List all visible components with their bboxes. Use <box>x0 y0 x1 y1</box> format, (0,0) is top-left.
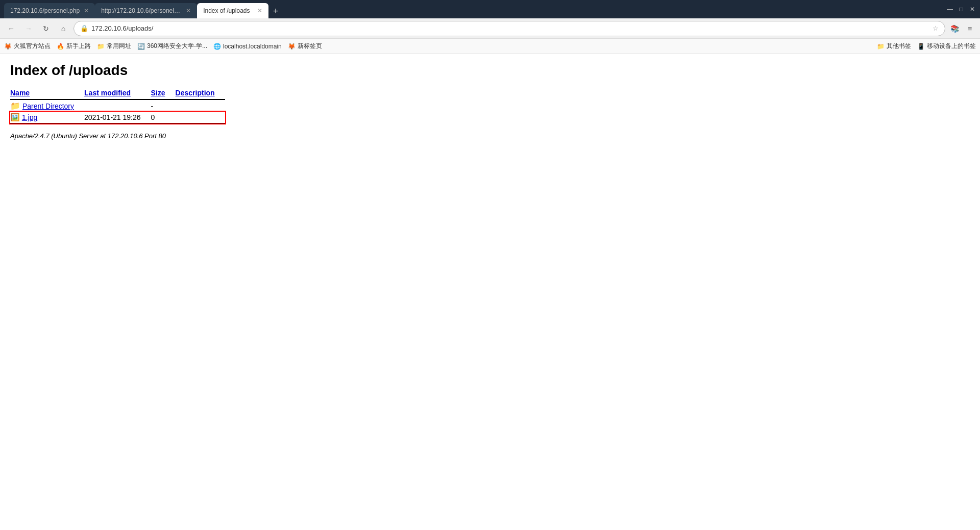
other-bookmarks[interactable]: 📁 其他书签 <box>877 42 911 51</box>
menu-icon[interactable]: ≡ <box>964 22 976 35</box>
bookmark-common[interactable]: 📁 常用网址 <box>97 42 131 51</box>
col-desc-header[interactable]: Description <box>176 87 225 99</box>
newuser-icon: 🔥 <box>57 43 64 50</box>
nav-icons: 📚 ≡ <box>948 22 976 35</box>
bookmark-newtab-label: 新标签页 <box>298 42 322 51</box>
page-title: Index of /uploads <box>10 62 970 79</box>
new-tab-button[interactable]: + <box>268 4 283 18</box>
bookmarks-bar: 🦊 火狐官方站点 🔥 新手上路 📁 常用网址 🔄 360网络安全大学-学... … <box>0 39 980 54</box>
localhost-icon: 🌐 <box>213 43 221 50</box>
tab-bar: 172.20.10.6/personel.php ✕ http://172.20… <box>4 0 940 18</box>
title-bar: 172.20.10.6/personel.php ✕ http://172.20… <box>0 0 980 18</box>
refresh-button[interactable]: ↻ <box>39 21 53 36</box>
file1-size: 0 <box>151 112 176 123</box>
tab-3-label: Index of /uploads <box>203 7 250 14</box>
minimize-button[interactable]: — <box>946 6 953 13</box>
parent-dir-link[interactable]: Parent Directory <box>22 102 74 110</box>
security-icon: 🔒 <box>80 24 88 32</box>
tab-3[interactable]: Index of /uploads ✕ <box>197 3 268 18</box>
tab-1-label: 172.20.10.6/personel.php <box>10 7 80 14</box>
maximize-button[interactable]: □ <box>958 6 965 13</box>
table-row: 🖼️ 1.jpg 2021-01-21 19:26 0 <box>10 112 225 123</box>
image-icon: 🖼️ <box>10 113 20 121</box>
360-icon: 🔄 <box>137 43 145 50</box>
bookmark-common-label: 常用网址 <box>107 42 131 51</box>
col-name-header[interactable]: Name <box>10 87 84 99</box>
tab-1[interactable]: 172.20.10.6/personel.php ✕ <box>4 3 95 18</box>
bookmark-newtab[interactable]: 🦊 新标签页 <box>288 42 322 51</box>
directory-table: Name Last modified Size Description <box>10 87 225 124</box>
bookmark-360[interactable]: 🔄 360网络安全大学-学... <box>137 42 207 51</box>
parent-dir-cell: 📁 Parent Directory <box>10 100 84 112</box>
parent-dir-desc <box>176 100 225 112</box>
address-bar[interactable]: 🔒 172.20.10.6/uploads/ ☆ <box>74 21 945 36</box>
other-bookmarks-icon: 📁 <box>877 43 885 50</box>
home-button[interactable]: ⌂ <box>56 21 70 36</box>
forward-button[interactable]: → <box>21 21 36 36</box>
tab-2[interactable]: http://172.20.10.6/personel.php ✕ <box>95 3 197 18</box>
star-icon[interactable]: ☆ <box>933 24 939 32</box>
tab-3-close[interactable]: ✕ <box>257 7 262 14</box>
server-info: Apache/2.4.7 (Ubuntu) Server at 172.20.1… <box>10 132 970 140</box>
parent-dir-lastmod <box>84 100 151 112</box>
bookmark-localhost-label: localhost.localdomain <box>223 43 282 50</box>
bookmarks-right: 📁 其他书签 📱 移动设备上的书签 <box>877 42 976 51</box>
browser-window: 172.20.10.6/personel.php ✕ http://172.20… <box>0 0 980 530</box>
file1-link[interactable]: 1.jpg <box>22 113 37 121</box>
close-button[interactable]: ✕ <box>969 6 976 13</box>
bookmark-newuser-label: 新手上路 <box>66 42 91 51</box>
mobile-bookmarks[interactable]: 📱 移动设备上的书签 <box>917 42 976 51</box>
tab-2-label: http://172.20.10.6/personel.php <box>101 7 182 14</box>
mobile-bookmarks-label: 移动设备上的书签 <box>927 42 976 51</box>
folder-icon: 📁 <box>10 102 20 110</box>
bookmark-newuser[interactable]: 🔥 新手上路 <box>57 42 91 51</box>
col-desc-link[interactable]: Description <box>176 89 215 97</box>
file1-name-cell: 🖼️ 1.jpg <box>10 112 84 123</box>
file1-lastmod: 2021-01-21 19:26 <box>84 112 151 123</box>
tab-1-close[interactable]: ✕ <box>84 7 89 14</box>
newtab-icon: 🦊 <box>288 43 296 50</box>
back-button[interactable]: ← <box>4 21 18 36</box>
tab-2-close[interactable]: ✕ <box>186 7 191 14</box>
nav-bar: ← → ↻ ⌂ 🔒 172.20.10.6/uploads/ ☆ 📚 ≡ <box>0 18 980 39</box>
col-name-link[interactable]: Name <box>10 89 30 97</box>
page-content: Index of /uploads Name Last modified Siz… <box>0 54 980 530</box>
other-bookmarks-label: 其他书签 <box>887 42 911 51</box>
col-size-link[interactable]: Size <box>151 89 165 97</box>
table-row: 📁 Parent Directory - <box>10 100 225 112</box>
common-icon: 📁 <box>97 43 105 50</box>
bookmark-localhost[interactable]: 🌐 localhost.localdomain <box>213 43 282 50</box>
mobile-bookmarks-icon: 📱 <box>917 43 925 50</box>
parent-dir-size: - <box>151 100 176 112</box>
window-controls: — □ ✕ <box>946 6 976 13</box>
bookmark-foxfire[interactable]: 🦊 火狐官方站点 <box>4 42 51 51</box>
col-lastmod-link[interactable]: Last modified <box>84 89 131 97</box>
file1-desc <box>176 112 225 123</box>
col-size-header[interactable]: Size <box>151 87 176 99</box>
bookmark-foxfire-label: 火狐官方站点 <box>14 42 51 51</box>
foxfire-icon: 🦊 <box>4 43 12 50</box>
address-text: 172.20.10.6/uploads/ <box>91 24 929 32</box>
col-lastmod-header[interactable]: Last modified <box>84 87 151 99</box>
bookmarks-icon[interactable]: 📚 <box>948 22 961 35</box>
bookmark-360-label: 360网络安全大学-学... <box>147 42 207 51</box>
